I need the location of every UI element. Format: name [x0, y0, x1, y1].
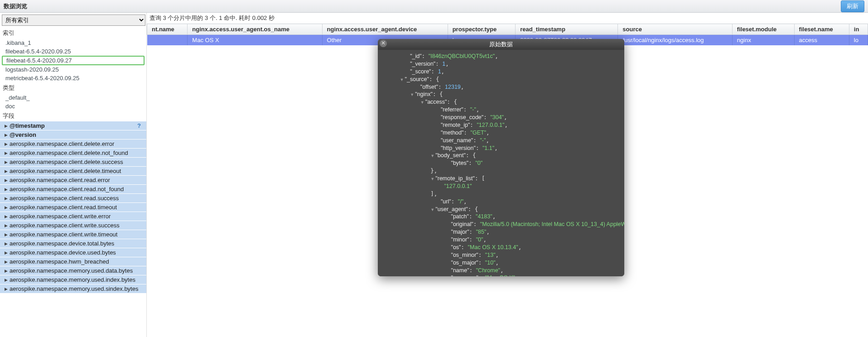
- sidebar-field-item[interactable]: aerospike.namespace.memory.used.sindex.b…: [0, 284, 146, 294]
- sidebar-field-item[interactable]: aerospike.namespace.client.delete.succes…: [0, 158, 146, 167]
- close-icon[interactable]: ✕: [380, 40, 387, 47]
- column-header[interactable]: nginx.access.user_agent.device: [322, 24, 448, 35]
- sidebar-field-item[interactable]: aerospike.namespace.hwm_breached: [0, 257, 146, 266]
- column-header[interactable]: prospector.type: [448, 24, 516, 35]
- sidebar-field-item[interactable]: @version: [0, 130, 146, 140]
- expand-icon: [5, 268, 8, 273]
- expand-icon: [5, 132, 8, 137]
- sidebar-field-item[interactable]: aerospike.namespace.device.total.bytes: [0, 239, 146, 248]
- column-header[interactable]: source: [618, 24, 733, 35]
- sidebar-field-item[interactable]: aerospike.namespace.device.used.bytes: [0, 248, 146, 257]
- expand-icon: [5, 178, 8, 183]
- fields-label: 字段: [0, 111, 146, 121]
- json-viewer[interactable]: "_id": "I846znQBCblU0QT5vt1c", "_version…: [378, 50, 624, 276]
- cell: [147, 35, 188, 46]
- sidebar: 所有索引 索引 .kibana_1filebeat-6.5.4-2020.09.…: [0, 13, 147, 337]
- expand-icon: [5, 250, 8, 255]
- query-info: 查询 3 个分片中用的 3 个. 1 命中. 耗时 0.002 秒: [147, 13, 868, 24]
- types-label: 类型: [0, 82, 146, 93]
- expand-icon: [5, 187, 8, 192]
- sidebar-index-item[interactable]: filebeat-6.5.4-2020.09.27: [2, 56, 145, 65]
- expand-icon: [5, 223, 8, 228]
- indices-label: 索引: [0, 28, 146, 39]
- sidebar-type-item[interactable]: _default_: [0, 93, 146, 102]
- column-header[interactable]: nt.name: [147, 24, 188, 35]
- sidebar-field-item[interactable]: aerospike.namespace.client.write.timeout: [0, 230, 146, 239]
- expand-icon: [5, 241, 8, 246]
- expand-icon: [5, 123, 8, 128]
- expand-icon: [5, 214, 8, 219]
- sidebar-field-item[interactable]: aerospike.namespace.memory.used.data.byt…: [0, 266, 146, 275]
- sidebar-field-item[interactable]: aerospike.namespace.client.write.error: [0, 212, 146, 221]
- sidebar-field-item[interactable]: aerospike.namespace.client.delete.error: [0, 140, 146, 149]
- sidebar-index-item[interactable]: filebeat-6.5.4-2020.09.25: [0, 47, 146, 56]
- column-header[interactable]: read_timestamp: [516, 24, 618, 35]
- expand-icon: [5, 159, 8, 164]
- help-icon[interactable]: ?: [137, 122, 144, 129]
- expand-icon: [5, 232, 8, 237]
- modal-header: ✕ 原始数据: [378, 39, 624, 50]
- expand-icon: [5, 277, 8, 282]
- raw-data-modal: ✕ 原始数据 "_id": "I846znQBCblU0QT5vt1c", "_…: [378, 39, 624, 276]
- sidebar-field-item[interactable]: aerospike.namespace.client.read.not_foun…: [0, 185, 146, 194]
- column-header[interactable]: fileset.module: [732, 24, 794, 35]
- expand-icon: [5, 196, 8, 201]
- modal-title: 原始数据: [489, 41, 513, 48]
- expand-icon: [5, 168, 8, 173]
- expand-icon: [5, 259, 8, 264]
- expand-icon: [5, 205, 8, 210]
- refresh-button[interactable]: 刷新: [841, 0, 864, 12]
- sidebar-field-item[interactable]: aerospike.namespace.memory.used.index.by…: [0, 275, 146, 284]
- sidebar-field-item[interactable]: aerospike.namespace.client.read.error: [0, 176, 146, 185]
- cell: lo: [849, 35, 868, 46]
- cell: access: [794, 35, 849, 46]
- cell: Mac OS X: [188, 35, 322, 46]
- column-header[interactable]: nginx.access.user_agent.os_name: [188, 24, 322, 35]
- sidebar-type-item[interactable]: doc: [0, 102, 146, 111]
- expand-icon: [5, 286, 8, 291]
- cell: /usr/local/nginx/logs/access.log: [618, 35, 733, 46]
- app-header: 数据浏览 刷新: [0, 0, 868, 13]
- column-header[interactable]: in: [849, 24, 868, 35]
- cell: nginx: [732, 35, 794, 46]
- sidebar-field-item[interactable]: aerospike.namespace.client.read.success: [0, 194, 146, 203]
- sidebar-field-item[interactable]: @timestamp?: [0, 121, 146, 130]
- sidebar-index-item[interactable]: metricbeat-6.5.4-2020.09.25: [0, 74, 146, 82]
- sidebar-field-item[interactable]: aerospike.namespace.client.write.success: [0, 221, 146, 230]
- index-select[interactable]: 所有索引: [2, 14, 145, 26]
- sidebar-index-item[interactable]: .kibana_1: [0, 39, 146, 47]
- sidebar-index-item[interactable]: logstash-2020.09.25: [0, 65, 146, 74]
- sidebar-field-item[interactable]: aerospike.namespace.client.delete.not_fo…: [0, 149, 146, 158]
- sidebar-field-item[interactable]: aerospike.namespace.client.read.timeout: [0, 203, 146, 212]
- main-content: 查询 3 个分片中用的 3 个. 1 命中. 耗时 0.002 秒 nt.nam…: [147, 13, 868, 337]
- expand-icon: [5, 141, 8, 146]
- column-header[interactable]: fileset.name: [794, 24, 849, 35]
- page-title: 数据浏览: [4, 2, 27, 10]
- expand-icon: [5, 150, 8, 155]
- sidebar-field-item[interactable]: aerospike.namespace.client.delete.timeou…: [0, 167, 146, 176]
